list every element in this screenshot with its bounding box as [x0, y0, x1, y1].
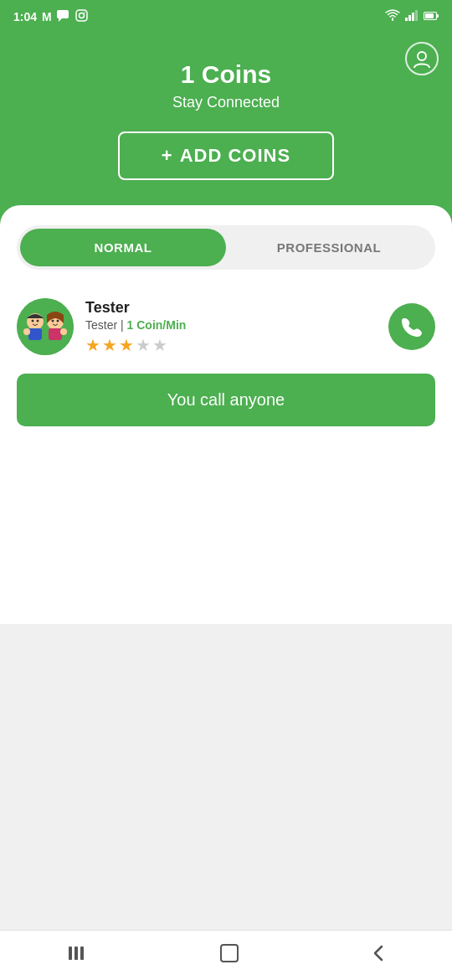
home-icon[interactable] [220, 944, 239, 967]
tab-switcher: NORMAL PROFESSIONAL [17, 225, 435, 270]
battery-icon [424, 9, 439, 24]
wifi-icon [385, 9, 400, 24]
svg-point-22 [23, 328, 30, 335]
svg-rect-0 [57, 10, 69, 18]
svg-rect-24 [69, 946, 72, 960]
back-icon[interactable] [372, 943, 385, 968]
coins-title: 1 Coins [17, 60, 435, 89]
signal-icon [405, 9, 419, 24]
user-info: Tester Tester | 1 Coin/Min ★ ★ ★ ★ ★ [85, 299, 388, 355]
call-anyone-button[interactable]: You call anyone [17, 374, 435, 426]
bottom-nav [0, 930, 452, 980]
card-section: NORMAL PROFESSIONAL [0, 205, 452, 624]
time-display: 1:04 [13, 10, 37, 23]
svg-rect-11 [437, 14, 439, 18]
plus-icon: + [162, 145, 173, 166]
svg-rect-26 [80, 946, 84, 960]
add-coins-button[interactable]: +ADD COINS [118, 132, 334, 180]
user-rate: Tester | 1 Coin/Min [85, 318, 388, 332]
status-bar: 1:04 M [0, 0, 452, 34]
svg-marker-1 [59, 18, 62, 22]
svg-point-4 [84, 12, 85, 13]
chat-icon [57, 10, 70, 24]
call-button[interactable] [388, 303, 435, 350]
instagram-icon [75, 9, 88, 24]
star-1: ★ [85, 335, 100, 355]
svg-rect-6 [408, 15, 411, 21]
svg-point-20 [52, 320, 54, 322]
svg-point-12 [418, 52, 426, 60]
svg-point-13 [17, 298, 74, 355]
svg-rect-5 [405, 18, 408, 21]
menu-icon[interactable] [67, 945, 87, 967]
star-3: ★ [119, 335, 134, 355]
svg-point-23 [60, 328, 67, 335]
coins-subtitle: Stay Connected [17, 94, 435, 111]
tab-normal[interactable]: NORMAL [20, 229, 226, 266]
user-avatar [17, 298, 74, 355]
status-right [385, 9, 439, 24]
svg-point-3 [79, 13, 84, 18]
svg-rect-15 [28, 328, 42, 340]
svg-rect-25 [74, 946, 78, 960]
status-left: 1:04 M [13, 9, 88, 24]
add-coins-label: ADD COINS [180, 145, 290, 166]
svg-rect-10 [425, 13, 434, 18]
star-5: ★ [152, 335, 167, 355]
profile-icon-button[interactable] [405, 42, 439, 75]
svg-rect-19 [49, 328, 62, 340]
user-name: Tester [85, 299, 388, 317]
svg-rect-27 [221, 945, 238, 962]
star-4: ★ [136, 335, 151, 355]
svg-rect-2 [76, 10, 87, 21]
user-list-item: Tester Tester | 1 Coin/Min ★ ★ ★ ★ ★ [17, 290, 435, 364]
svg-point-17 [37, 320, 39, 322]
svg-rect-8 [415, 10, 418, 21]
header-section: 1 Coins Stay Connected +ADD COINS [0, 34, 452, 230]
user-stars: ★ ★ ★ ★ ★ [85, 335, 388, 355]
svg-rect-7 [412, 13, 414, 21]
rate-highlight: 1 Coin/Min [127, 318, 187, 332]
star-2: ★ [102, 335, 117, 355]
svg-point-16 [32, 320, 34, 322]
gmail-icon: M [42, 10, 52, 23]
svg-point-21 [57, 320, 59, 322]
tab-professional[interactable]: PROFESSIONAL [226, 229, 432, 266]
